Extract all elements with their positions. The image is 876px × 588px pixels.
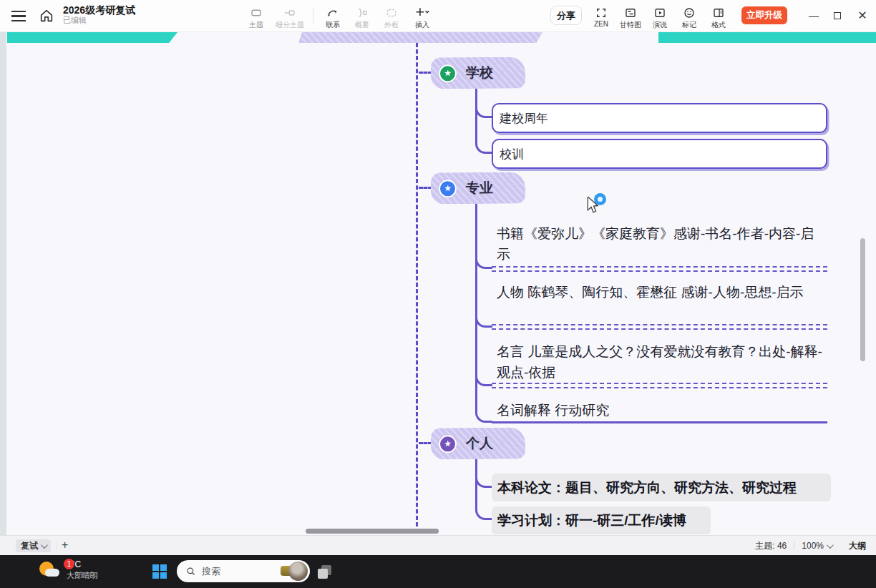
gantt-button[interactable]: 甘特图 [614,6,647,30]
node-anniversary[interactable]: 建校周年 [492,103,827,133]
node-text: 建校周年 [500,110,548,127]
node-quotes[interactable]: 名言 儿童是成人之父？没有爱就没有教育？出处-解释-观点-依据 [497,341,827,383]
topic-button[interactable]: 主题 [240,6,273,30]
horizontal-scrollbar[interactable] [306,529,439,534]
close-button[interactable]: ✕ [854,7,871,24]
upgrade-button[interactable]: 立即升级 [741,6,787,24]
mindmap-canvas[interactable]: ★ 学校 建校周年 校训 ★ 专业 书籍《爱弥儿》《家庭教育》感谢-书名-作者-… [0,32,876,535]
connector [475,89,492,154]
clipped-node-left [7,32,177,43]
format-button[interactable]: 格式 [702,6,735,30]
subtopic-button[interactable]: 细分主题 [273,6,306,30]
document-title: 2026级考研复试 [63,4,135,16]
weather-desc: 大部晴朗 [67,570,98,580]
topic-label: 专业 [466,179,493,197]
taskbar-search[interactable]: 搜索 [177,560,310,582]
mouse-cursor [587,197,598,214]
sheet-tab[interactable]: 复试 [16,539,51,552]
topic-label: 学校 [466,64,493,82]
statusbar-divider [794,542,794,550]
topic-personal[interactable]: ★ 个人 [431,428,525,460]
node-underline [492,421,827,423]
chevron-down-icon [827,542,834,549]
central-topic-clipped[interactable] [298,32,542,43]
presentation-button[interactable]: 演说 [643,6,676,30]
summary-button[interactable]: 概要 [346,6,379,30]
node-underline [492,324,827,330]
relationship-button[interactable]: 联系 [316,6,349,30]
insert-button[interactable]: 插入 [406,6,439,30]
boundary-button[interactable]: 外框 [375,6,408,30]
connector [475,459,492,520]
save-status: 已编辑 [63,16,135,25]
search-avatar-image [288,562,308,581]
star-badge-blue: ★ [439,180,457,197]
search-icon [186,567,196,577]
start-button[interactable] [152,564,167,579]
home-icon[interactable] [39,8,54,26]
connector [475,204,492,423]
weather-icon: 1 [39,560,61,580]
app-toolbar: 2026级考研复试 已编辑 主题 细分主题 联系 概要 外框 插入 分享 ZEN… [0,0,876,32]
node-motto[interactable]: 校训 [492,139,827,169]
node-terms[interactable]: 名词解释 行动研究 [497,400,827,421]
node-study-plan[interactable]: 学习计划：研一-研三/工作/读博 [492,506,711,534]
notification-badge: 1 [64,559,74,569]
marker-button[interactable]: 标记 [673,6,706,30]
topic-label: 个人 [466,434,493,453]
outline-button[interactable]: 大纲 [849,540,866,552]
search-placeholder: 搜索 [202,565,220,578]
node-books[interactable]: 书籍《爱弥儿》《家庭教育》感谢-书名-作者-内容-启示 [497,223,827,265]
clipped-node-right [658,32,876,43]
share-button[interactable]: 分享 [550,6,582,25]
minimize-button[interactable]: — [805,7,822,24]
node-thesis[interactable]: 本科论文：题目、研究方向、研究方法、研究过程 [492,474,831,501]
status-bar: 复试 + 主题: 46 100% 大纲 [0,535,876,555]
window-edge [0,32,6,535]
statusbar-divider [56,542,57,550]
zoom-control[interactable]: 100% [802,541,832,551]
maximize-button[interactable] [829,7,846,24]
toolbar-divider [313,9,313,23]
star-badge-purple: ★ [439,435,457,453]
node-underline [492,383,827,388]
topics-count: 主题: 46 [755,540,787,552]
node-underline [492,266,827,272]
vertical-scrollbar[interactable] [860,238,865,361]
node-people[interactable]: 人物 陈鹤琴、陶行知、霍懋征 感谢-人物-思想-启示 [497,282,827,303]
main-branch-line [416,43,418,533]
task-view-button[interactable] [318,565,335,579]
node-text: 校训 [500,146,524,162]
weather-widget[interactable]: 1 8°C 大部晴朗 [39,559,98,580]
hamburger-menu-icon[interactable] [11,9,26,23]
topic-major[interactable]: ★ 专业 [431,172,525,205]
zen-mode-button[interactable]: ZEN [585,6,618,28]
topic-school[interactable]: ★ 学校 [431,57,525,89]
add-sheet-button[interactable]: + [62,539,68,552]
chevron-down-icon [41,542,48,549]
windows-taskbar: 1 8°C 大部晴朗 搜索 M K HUAWEI [0,555,876,588]
star-badge-green: ★ [439,64,457,82]
